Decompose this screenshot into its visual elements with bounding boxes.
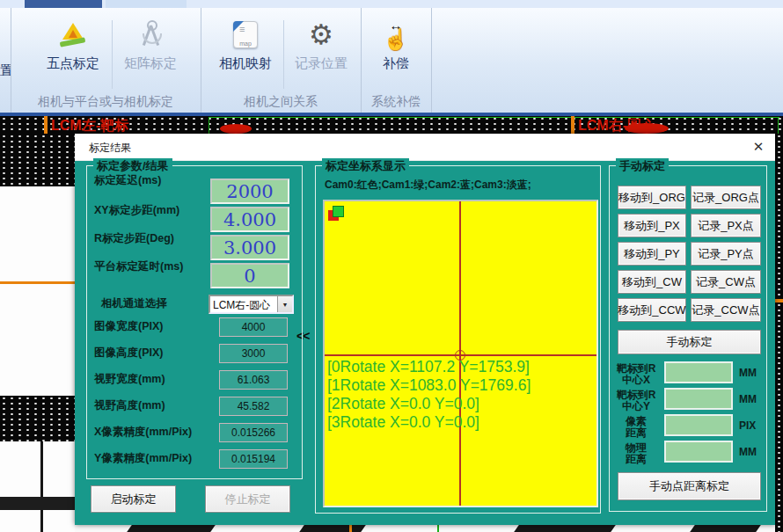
swipe-hand-icon: ↔ ☝ xyxy=(368,13,424,55)
camera-view-left-strip xyxy=(0,134,75,532)
dialog-titlebar[interactable]: 标定结果 ✕ xyxy=(75,134,775,161)
chevron-down-icon[interactable]: ▼ xyxy=(277,296,292,312)
camera-marker-line xyxy=(44,116,48,134)
ribbon-partial-button[interactable]: 置 xyxy=(0,62,11,79)
right-camera-label: LCM右-圆心 xyxy=(578,117,655,135)
record-position-button[interactable]: ⚙ 记录位置 xyxy=(285,13,357,96)
rotate-readout: [0Rotate X=1107.2 Y=1753.9] xyxy=(327,358,530,376)
x-precision-value: 0.015266 xyxy=(219,423,288,442)
pixel-distance-input[interactable] xyxy=(664,414,733,436)
calibration-result-dialog: 标定结果 ✕ << 标定参数/结果 标定延迟(ms) XY标定步距(mm) R标… xyxy=(75,134,775,525)
y-precision-value: 0.015194 xyxy=(219,449,288,469)
params-group-title: 标定参数/结果 xyxy=(93,158,172,174)
manual-group-title: 手动标定 xyxy=(616,158,669,174)
camera-channel-select[interactable]: LCM右-圆心 ▼ xyxy=(209,295,294,314)
field-label: 图像高度(PIX) xyxy=(94,346,163,361)
rotate-readout: [3Rotate X=0.0 Y=0.0] xyxy=(327,413,479,432)
record-ccw-button[interactable]: 记录_CCW点 xyxy=(691,298,761,322)
image-width-value: 4000 xyxy=(219,317,288,337)
manual-calibration-button[interactable]: 手动标定 xyxy=(618,330,761,354)
platform-delay-input[interactable] xyxy=(210,263,289,288)
xy-step-input[interactable] xyxy=(210,207,289,232)
camera-view-border xyxy=(209,117,779,118)
ribbon-group-label: 相机之间关系 xyxy=(201,94,361,110)
matrix-calibration-button[interactable]: 矩阵标定 xyxy=(114,13,187,96)
field-label: XY标定步距(mm) xyxy=(94,203,179,218)
unit-label: MM xyxy=(739,367,757,379)
cam1-marker xyxy=(333,206,344,217)
ribbon: 置 五点标定 矩阵标定 相机与平台或与相机标定 ≡ map 相机映射 xyxy=(0,8,783,116)
set-square-icon xyxy=(37,13,109,55)
move-to-cw-button[interactable]: 移动到_CW xyxy=(618,270,686,294)
fov-width-value: 61.063 xyxy=(219,370,288,390)
field-label: 相机通道选择 xyxy=(101,296,167,311)
field-label: 视野高度(mm) xyxy=(94,398,165,413)
start-calibration-button[interactable]: 启动标定 xyxy=(91,485,176,513)
move-to-org-button[interactable]: 移动到_ORG xyxy=(618,186,686,209)
manual-calibration-group: 手动标定 移动到_ORG 记录_ORG点 移动到_PX 记录_PX点 移动到_P… xyxy=(609,165,767,512)
field-label: Y像素精度(mm/Pix) xyxy=(94,451,192,466)
camera-view-bottom-strip xyxy=(75,525,775,532)
record-cw-button[interactable]: 记录_CW点 xyxy=(691,270,761,294)
ribbon-separator xyxy=(283,20,284,89)
move-to-py-button[interactable]: 移动到_PY xyxy=(618,242,686,266)
left-camera-label: LCM左-靶标 xyxy=(51,117,128,135)
ribbon-separator xyxy=(112,20,113,89)
ribbon-tabs[interactable] xyxy=(0,0,783,8)
camera-marker-line xyxy=(571,116,574,134)
r-step-input[interactable] xyxy=(210,235,289,260)
ribbon-tab-selected[interactable] xyxy=(25,0,102,8)
ribbon-button-label: 五点标定 xyxy=(37,55,109,72)
ribbon-button-label: 补偿 xyxy=(368,55,424,72)
unit-label: PIX xyxy=(739,419,756,432)
rotate-readout: [2Rotate X=0.0 Y=0.0] xyxy=(327,395,479,413)
camera-mapping-button[interactable]: ≡ map 相机映射 xyxy=(209,13,282,96)
manual-point-distance-button[interactable]: 手动点距离标定 xyxy=(618,472,761,500)
camera-target-blob xyxy=(220,124,252,134)
calibration-delay-input[interactable] xyxy=(210,179,289,204)
calibration-canvas: [0Rotate X=1107.2 Y=1753.9] [1Rotate X=1… xyxy=(323,200,598,507)
target-to-center-y-input[interactable] xyxy=(664,388,733,410)
camera-view-background: LCM左-靶标 LCM右-圆心 xyxy=(0,116,783,134)
target-to-center-x-input[interactable] xyxy=(664,361,733,383)
record-org-button[interactable]: 记录_ORG点 xyxy=(691,186,761,209)
move-to-px-button[interactable]: 移动到_PX xyxy=(618,214,686,237)
coordinate-display-group: 标定坐标系显示 Cam0:红色;Cam1:绿;Cam2:蓝;Cam3:淡蓝; [… xyxy=(315,165,601,514)
camera-view-right-strip xyxy=(775,134,783,532)
field-label: 标定延迟(ms) xyxy=(94,173,161,188)
field-label: 靶标到R 中心X xyxy=(611,363,661,386)
camera-view-border xyxy=(209,117,209,134)
coordinate-display-title: 标定坐标系显示 xyxy=(322,158,409,174)
record-py-button[interactable]: 记录_PY点 xyxy=(691,242,761,266)
ribbon-group-label: 相机与平台或与相机标定 xyxy=(11,94,201,110)
field-label: 像素 距离 xyxy=(611,416,661,439)
dialog-title: 标定结果 xyxy=(89,141,131,156)
move-to-ccw-button[interactable]: 移动到_CCW xyxy=(618,298,686,322)
ribbon-group-camera-relation: ≡ map 相机映射 ⚙ 记录位置 相机之间关系 xyxy=(201,8,362,113)
unit-label: MM xyxy=(739,393,757,405)
ribbon-button-label: 矩阵标定 xyxy=(114,55,187,72)
field-label: 靶标到R 中心Y xyxy=(611,390,661,412)
close-icon[interactable]: ✕ xyxy=(749,137,768,157)
ribbon-tab[interactable] xyxy=(106,0,187,8)
field-label: 视野宽度(mm) xyxy=(94,372,165,387)
unit-label: MM xyxy=(739,446,757,458)
params-group: 标定参数/结果 标定延迟(ms) XY标定步距(mm) R标定步距(Deg) 平… xyxy=(86,165,303,479)
field-label: 物理 距离 xyxy=(611,442,661,465)
stop-calibration-button[interactable]: 停止标定 xyxy=(205,485,290,513)
record-px-button[interactable]: 记录_PX点 xyxy=(691,214,761,237)
gear-icon: ⚙ xyxy=(285,13,357,55)
camera-channel-value: LCM右-圆心 xyxy=(213,298,276,313)
compass-icon xyxy=(114,13,187,55)
field-label: 平台标定延时(ms) xyxy=(94,259,183,274)
field-label: X像素精度(mm/Pix) xyxy=(94,425,192,440)
field-label: 图像宽度(PIX) xyxy=(94,319,163,334)
five-point-calibration-button[interactable]: 五点标定 xyxy=(37,13,109,96)
compensation-button[interactable]: ↔ ☝ 补偿 xyxy=(368,13,424,96)
field-label: R标定步距(Deg) xyxy=(94,231,174,246)
ribbon-button-label: 记录位置 xyxy=(285,55,357,72)
physical-distance-input[interactable] xyxy=(664,441,733,463)
ribbon-button-label: 相机映射 xyxy=(209,55,282,72)
ribbon-group-calibration: 五点标定 矩阵标定 相机与平台或与相机标定 xyxy=(11,8,201,113)
fov-height-value: 45.582 xyxy=(219,397,288,416)
